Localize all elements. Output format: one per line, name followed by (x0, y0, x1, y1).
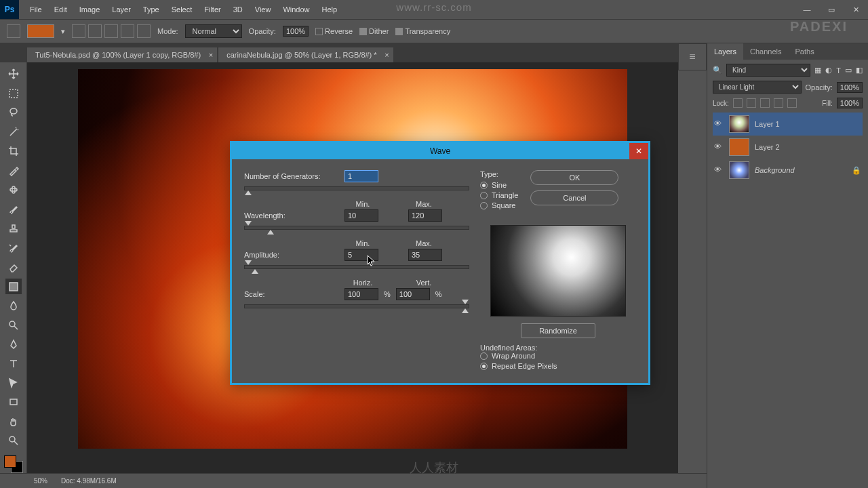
scale-h-input[interactable] (344, 288, 378, 300)
menu-3d[interactable]: 3D (228, 3, 248, 16)
transparency-checkbox[interactable]: Transparency (395, 27, 450, 36)
menu-type[interactable]: Type (138, 3, 165, 16)
type-tool[interactable] (5, 356, 22, 371)
lock-position-icon[interactable] (747, 98, 756, 108)
minimize-button[interactable]: — (795, 0, 819, 19)
layer-name[interactable]: Layer 1 (755, 120, 780, 128)
path-tool[interactable] (5, 375, 22, 390)
dialog-close-button[interactable]: ✕ (629, 143, 648, 159)
crop-tool[interactable] (5, 144, 22, 159)
filter-icon[interactable]: ▦ (814, 66, 821, 75)
tab-layers[interactable]: Layers (707, 43, 743, 60)
eraser-tool[interactable] (5, 260, 22, 274)
filter-icon[interactable]: ◧ (856, 66, 863, 75)
visibility-icon[interactable]: 👁 (714, 165, 724, 175)
diamond-gradient-icon[interactable] (137, 24, 151, 38)
gradient-preview[interactable] (27, 24, 54, 38)
reflected-gradient-icon[interactable] (121, 24, 134, 38)
radial-gradient-icon[interactable] (88, 24, 102, 38)
blend-mode-select[interactable]: Linear Light (713, 81, 802, 94)
close-tab-icon[interactable]: × (384, 51, 389, 59)
visibility-icon[interactable]: 👁 (714, 119, 724, 129)
hand-tool[interactable] (5, 414, 22, 429)
layer-opacity-value[interactable]: 100% (837, 82, 863, 93)
close-button[interactable]: ✕ (844, 0, 868, 19)
type-sine-radio[interactable]: Sine (480, 181, 518, 189)
filter-icon[interactable]: ▭ (845, 66, 852, 75)
mode-select[interactable]: Normal (185, 24, 242, 38)
linear-gradient-icon[interactable] (72, 24, 85, 38)
amplitude-slider[interactable] (244, 265, 469, 269)
wand-tool[interactable] (5, 124, 22, 139)
menu-window[interactable]: Window (277, 3, 315, 16)
repeat-edge-radio[interactable]: Repeat Edge Pixels (480, 362, 636, 370)
layer-row[interactable]: 👁 Layer 1 (713, 113, 863, 136)
pen-tool[interactable] (5, 337, 22, 352)
maximize-button[interactable]: ▭ (819, 0, 844, 19)
history-brush-tool[interactable] (5, 240, 22, 255)
menu-filter[interactable]: Filter (199, 3, 226, 16)
menu-layer[interactable]: Layer (106, 3, 136, 16)
menu-image[interactable]: Image (74, 3, 106, 16)
wavelength-slider[interactable] (244, 226, 469, 230)
cancel-button[interactable]: Cancel (530, 190, 618, 205)
tab-paths[interactable]: Paths (789, 43, 821, 60)
layer-row[interactable]: 👁 Layer 2 (713, 136, 863, 159)
amplitude-max-input[interactable] (408, 249, 442, 261)
gradient-tool[interactable] (5, 279, 22, 293)
tab-channels[interactable]: Channels (743, 43, 788, 60)
lock-artboard-icon[interactable] (760, 98, 770, 108)
layer-name[interactable]: Background (755, 166, 795, 174)
brush-tool[interactable] (5, 201, 22, 216)
healing-tool[interactable] (5, 182, 22, 197)
lasso-tool[interactable] (5, 105, 22, 120)
lock-icon[interactable] (787, 98, 797, 108)
dither-checkbox[interactable]: Dither (359, 27, 389, 36)
lock-all-icon[interactable] (774, 98, 783, 108)
layer-row[interactable]: 👁 Background 🔒 (713, 159, 863, 182)
collapsed-panel-icon[interactable]: ≡ (678, 43, 707, 70)
marquee-tool[interactable] (5, 85, 22, 100)
rectangle-tool[interactable] (5, 394, 22, 409)
type-square-radio[interactable]: Square (480, 201, 518, 209)
zoom-tool[interactable] (5, 433, 22, 448)
scale-slider[interactable] (244, 304, 469, 308)
move-tool[interactable] (5, 66, 22, 81)
fill-value[interactable]: 100% (837, 98, 863, 108)
reverse-checkbox[interactable]: Reverse (315, 27, 353, 36)
menu-help[interactable]: Help (317, 3, 343, 16)
visibility-icon[interactable]: 👁 (714, 142, 724, 152)
type-triangle-radio[interactable]: Triangle (480, 191, 518, 199)
close-tab-icon[interactable]: × (209, 51, 213, 59)
lock-pixels-icon[interactable] (733, 98, 743, 108)
amplitude-min-input[interactable] (344, 249, 378, 261)
zoom-level[interactable]: 50% (34, 477, 47, 485)
menu-file[interactable]: File (24, 3, 47, 16)
ok-button[interactable]: OK (530, 170, 618, 185)
dodge-tool[interactable] (5, 317, 22, 332)
eyedropper-tool[interactable] (5, 163, 22, 178)
wavelength-min-input[interactable] (344, 209, 378, 222)
menu-edit[interactable]: Edit (49, 3, 73, 16)
dialog-title-bar[interactable]: Wave ✕ (232, 143, 648, 159)
scale-v-input[interactable] (396, 288, 430, 300)
color-swatches[interactable] (4, 455, 23, 473)
document-tab[interactable]: Tut5-Nebula.psd @ 100% (Layer 1 copy, RG… (27, 47, 217, 62)
filter-icon[interactable]: T (836, 66, 841, 75)
menu-select[interactable]: Select (166, 3, 198, 16)
randomize-button[interactable]: Randomize (521, 323, 595, 338)
menu-view[interactable]: View (250, 3, 277, 16)
num-generators-input[interactable] (344, 170, 378, 182)
wrap-around-radio[interactable]: Wrap Around (480, 352, 636, 360)
layer-filter-select[interactable]: Kind (726, 64, 810, 77)
blur-tool[interactable] (5, 298, 22, 313)
wavelength-max-input[interactable] (408, 209, 442, 222)
document-tab[interactable]: carinaNebula.jpg @ 50% (Layer 1, RGB/8#)… (218, 47, 393, 62)
dropdown-icon[interactable]: ▾ (61, 27, 65, 36)
layer-name[interactable]: Layer 2 (755, 143, 780, 151)
angle-gradient-icon[interactable] (104, 24, 118, 38)
generators-slider[interactable] (244, 186, 469, 190)
stamp-tool[interactable] (5, 221, 22, 236)
filter-icon[interactable]: ◐ (825, 66, 832, 75)
opacity-value[interactable]: 100% (283, 26, 309, 37)
